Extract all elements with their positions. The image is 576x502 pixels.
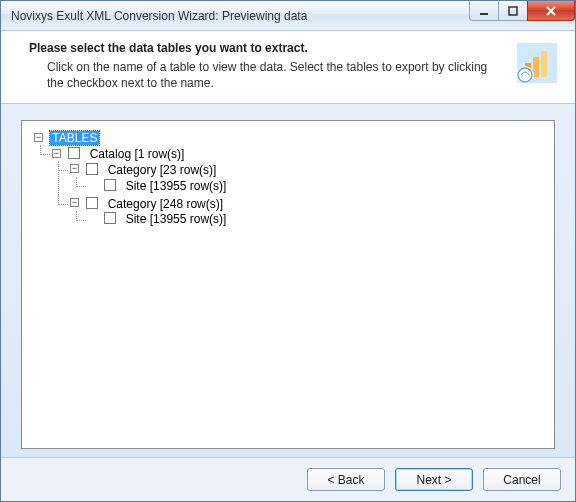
cancel-button[interactable]: Cancel: [483, 468, 561, 491]
tree-node-site: Site [13955 row(s)]: [88, 211, 546, 228]
tree-node-site: Site [13955 row(s)]: [88, 177, 546, 194]
checkbox[interactable]: [104, 179, 116, 191]
titlebar: Novixys Exult XML Conversion Wizard: Pre…: [1, 1, 575, 31]
tree-label-category[interactable]: Category [248 row(s)]: [106, 197, 225, 211]
checkbox[interactable]: [104, 212, 116, 224]
tree-node-category: − Category [23 row(s)] Site [13955 row(s…: [70, 161, 546, 195]
wizard-header: Please select the data tables you want t…: [1, 31, 575, 104]
window-title: Novixys Exult XML Conversion Wizard: Pre…: [11, 9, 307, 23]
close-icon: [545, 6, 557, 16]
expander-icon[interactable]: −: [52, 149, 61, 158]
leaf-spacer: [88, 214, 97, 223]
header-heading: Please select the data tables you want t…: [29, 41, 507, 55]
next-button[interactable]: Next >: [395, 468, 473, 491]
window-buttons: [470, 1, 575, 21]
checkbox[interactable]: [86, 163, 98, 175]
svg-rect-7: [541, 51, 547, 77]
tree-label-category[interactable]: Category [23 row(s)]: [106, 163, 219, 177]
leaf-spacer: [88, 180, 97, 189]
tables-tree: − TABLES − Catalog [1 row(s)] −: [30, 129, 546, 230]
svg-rect-0: [480, 13, 488, 15]
wizard-footer: < Back Next > Cancel: [1, 457, 575, 501]
maximize-button[interactable]: [498, 1, 528, 21]
header-text: Please select the data tables you want t…: [29, 41, 507, 91]
tree-node-category: − Category [248 row(s)] Site [13955 row(…: [70, 195, 546, 229]
checkbox[interactable]: [68, 147, 80, 159]
maximize-icon: [508, 6, 518, 16]
header-subtext: Click on the name of a table to view the…: [29, 59, 507, 91]
tree-node-root: − TABLES − Catalog [1 row(s)] −: [34, 129, 546, 230]
tree-label-tables[interactable]: TABLES: [50, 131, 99, 145]
expander-icon[interactable]: −: [70, 164, 79, 173]
close-button[interactable]: [527, 1, 575, 21]
tree-label-site[interactable]: Site [13955 row(s)]: [124, 212, 229, 226]
minimize-button[interactable]: [469, 1, 499, 21]
svg-rect-1: [509, 7, 517, 15]
tree-panel[interactable]: − TABLES − Catalog [1 row(s)] −: [21, 120, 555, 449]
header-icon: [515, 41, 559, 85]
tree-node-catalog: − Catalog [1 row(s)] − Category [23 row(…: [52, 145, 546, 229]
expander-icon[interactable]: −: [34, 133, 43, 142]
tree-label-catalog[interactable]: Catalog [1 row(s)]: [88, 147, 187, 161]
checkbox[interactable]: [86, 197, 98, 209]
expander-icon[interactable]: −: [70, 198, 79, 207]
tree-label-site[interactable]: Site [13955 row(s)]: [124, 179, 229, 193]
wizard-window: Novixys Exult XML Conversion Wizard: Pre…: [0, 0, 576, 502]
wizard-body: − TABLES − Catalog [1 row(s)] −: [1, 104, 575, 457]
back-button[interactable]: < Back: [307, 468, 385, 491]
minimize-icon: [479, 6, 489, 16]
